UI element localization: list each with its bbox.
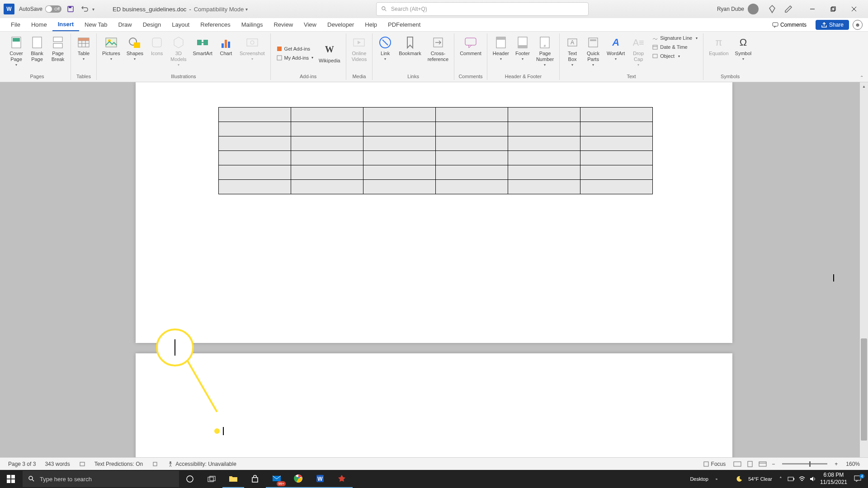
bookmark-button[interactable]: Bookmark <box>396 33 424 58</box>
chart-button[interactable]: Chart <box>216 33 236 58</box>
ribbon-collapse-button[interactable]: ⌃ <box>860 75 863 80</box>
qat-customize-dropdown[interactable]: ▾ <box>92 7 94 12</box>
smartart-button[interactable]: SmartArt <box>190 33 215 58</box>
autosave-toggle[interactable]: Off <box>45 5 61 13</box>
page-break-button[interactable]: PageBreak <box>48 33 68 64</box>
spell-check-icon[interactable] <box>75 461 90 467</box>
file-explorer-button[interactable] <box>222 470 244 488</box>
tab-home[interactable]: Home <box>26 18 52 31</box>
tab-developer[interactable]: Developer <box>322 18 359 31</box>
close-button[interactable] <box>844 2 864 16</box>
word-taskbar-button[interactable]: W <box>309 470 331 488</box>
table-row[interactable] <box>219 136 653 151</box>
help-info-button[interactable]: ☻ <box>853 20 863 30</box>
cross-reference-button[interactable]: Cross-reference <box>425 33 451 64</box>
diamond-icon[interactable] <box>768 5 777 14</box>
page-2[interactable] <box>136 353 732 463</box>
undo-button[interactable] <box>80 4 90 14</box>
tab-mailings[interactable]: Mailings <box>236 18 269 31</box>
taskbar-search[interactable]: Type here to search <box>23 471 179 487</box>
pictures-button[interactable]: Pictures▾ <box>99 33 123 63</box>
my-addins-button[interactable]: My Add-ins▾ <box>274 53 316 62</box>
maximize-button[interactable] <box>823 2 844 16</box>
focus-mode-button[interactable]: Focus <box>698 461 731 467</box>
zoom-out-button[interactable]: − <box>770 461 777 467</box>
tab-view[interactable]: View <box>298 18 322 31</box>
zoom-in-button[interactable]: + <box>833 461 840 467</box>
page-1[interactable] <box>136 82 732 343</box>
store-button[interactable] <box>244 470 266 488</box>
task-view-button[interactable] <box>201 470 222 488</box>
pen-icon[interactable] <box>784 5 793 14</box>
cover-page-button[interactable]: CoverPage▾ <box>6 33 26 69</box>
date-time-button[interactable]: Date & Time <box>649 42 700 52</box>
page-info[interactable]: Page 3 of 3 <box>4 461 40 467</box>
tray-chevron-up[interactable]: ˄ <box>778 476 784 482</box>
zoom-slider[interactable] <box>782 463 827 465</box>
print-layout-button[interactable] <box>745 460 755 469</box>
document-title[interactable]: ED business_guidelines.doc <box>113 6 186 13</box>
symbol-button[interactable]: ΩSymbol▾ <box>732 33 755 63</box>
header-button[interactable]: Header▾ <box>490 33 512 63</box>
tab-layout[interactable]: Layout <box>166 18 195 31</box>
search-box[interactable]: Search (Alt+Q) <box>376 2 589 16</box>
weather-info[interactable]: 54°F Clear <box>746 476 774 482</box>
notifications-button[interactable]: 4 <box>851 475 864 483</box>
table-row[interactable] <box>219 151 653 165</box>
start-button[interactable] <box>0 470 22 488</box>
signature-line-button[interactable]: Signature Line▾ <box>649 33 700 42</box>
mail-button[interactable]: 99+ <box>266 470 288 488</box>
desktop-chevron[interactable]: » <box>714 477 719 481</box>
text-predictions[interactable]: Text Predictions: On <box>90 461 147 467</box>
wordart-button[interactable]: AWordArt▾ <box>604 33 627 63</box>
tab-help[interactable]: Help <box>359 18 382 31</box>
tab-file[interactable]: File <box>5 18 26 31</box>
user-avatar[interactable] <box>748 4 759 14</box>
comment-button[interactable]: Comment <box>457 33 484 58</box>
cortana-button[interactable] <box>179 470 201 488</box>
read-mode-button[interactable] <box>732 460 743 469</box>
text-box-button[interactable]: ATextBox▾ <box>562 33 582 69</box>
table-button[interactable]: Table▾ <box>74 33 94 63</box>
table-row[interactable] <box>219 165 653 180</box>
link-button[interactable]: Link▾ <box>375 33 395 63</box>
vertical-scrollbar[interactable]: ▲ ▼ <box>860 82 868 463</box>
accessibility-status[interactable]: Accessibility: Unavailable <box>163 461 241 467</box>
blank-page-button[interactable]: BlankPage <box>27 33 47 64</box>
minimize-button[interactable] <box>802 2 823 16</box>
comments-button[interactable]: Comments <box>767 20 812 30</box>
volume-icon[interactable] <box>809 476 816 482</box>
desktop-toolbar[interactable]: Desktop <box>688 476 710 482</box>
chrome-button[interactable] <box>288 470 309 488</box>
footer-button[interactable]: Footer▾ <box>513 33 533 63</box>
battery-icon[interactable] <box>788 476 795 482</box>
table-row[interactable] <box>219 122 653 136</box>
page-number-button[interactable]: #PageNumber▾ <box>533 33 557 69</box>
tab-draw[interactable]: Draw <box>113 18 137 31</box>
document-table[interactable] <box>218 107 653 194</box>
get-addins-button[interactable]: Get Add-ins <box>274 44 316 53</box>
wifi-icon[interactable] <box>798 476 806 482</box>
app-button[interactable] <box>331 470 353 488</box>
save-button[interactable] <box>65 4 76 14</box>
tab-pdfelement[interactable]: PDFelement <box>382 18 426 31</box>
word-count[interactable]: 343 words <box>40 461 74 467</box>
wikipedia-button[interactable]: WWikipedia <box>316 41 343 66</box>
user-name[interactable]: Ryan Dube <box>717 6 744 12</box>
table-row[interactable] <box>219 108 653 122</box>
web-layout-button[interactable] <box>757 460 768 469</box>
document-area[interactable]: ▲ ▼ <box>0 82 868 463</box>
shapes-button[interactable]: Shapes▾ <box>124 33 146 63</box>
scroll-thumb[interactable] <box>861 338 867 441</box>
table-row[interactable] <box>219 180 653 194</box>
zoom-level[interactable]: 160% <box>841 461 864 467</box>
macro-icon[interactable] <box>147 461 163 467</box>
compat-dropdown[interactable]: ▾ <box>245 7 248 12</box>
clock[interactable]: 6:08 PM 11/15/2021 <box>820 472 847 486</box>
object-button[interactable]: Object▾ <box>649 52 700 61</box>
tab-references[interactable]: References <box>195 18 236 31</box>
tab-review[interactable]: Review <box>268 18 298 31</box>
tab-insert[interactable]: Insert <box>52 18 79 31</box>
quick-parts-button[interactable]: QuickParts▾ <box>583 33 603 69</box>
tab-newtab[interactable]: New Tab <box>79 18 113 31</box>
